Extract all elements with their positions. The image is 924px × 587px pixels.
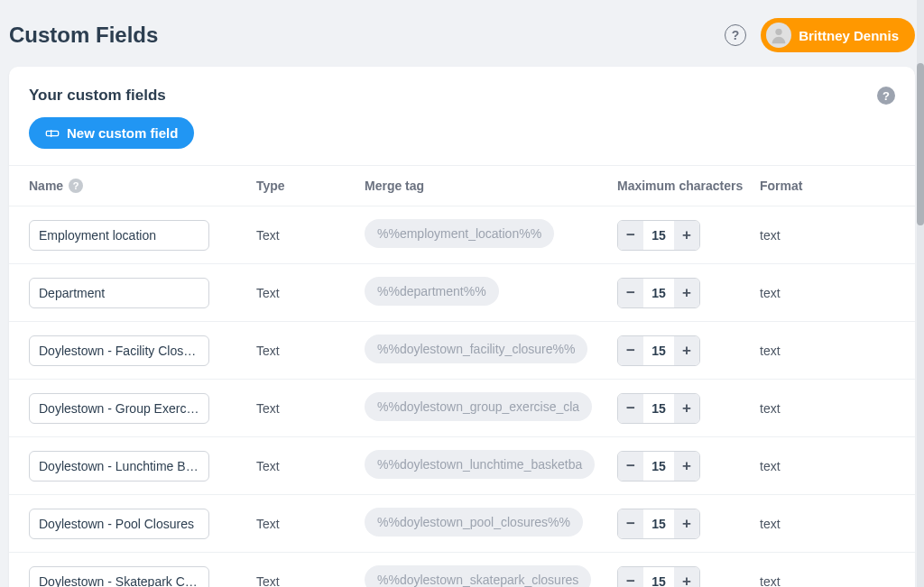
- format-text: text: [760, 574, 781, 588]
- max-chars-stepper: − 15 +: [617, 278, 700, 308]
- max-chars-stepper: − 15 +: [617, 566, 700, 588]
- custom-fields-card: Your custom fields New custom field ? Na…: [9, 67, 915, 587]
- merge-tag[interactable]: %%doylestown_facility_closure%%: [365, 335, 587, 363]
- new-custom-field-button[interactable]: New custom field: [29, 117, 194, 149]
- max-chars-stepper: − 15 +: [617, 335, 700, 366]
- table-body: Text %%employment_location%% − 15 + text…: [9, 206, 915, 587]
- avatar: [766, 23, 791, 48]
- decrement-button[interactable]: −: [618, 452, 643, 481]
- format-text: text: [760, 401, 781, 416]
- format-text: text: [760, 228, 781, 243]
- field-name-input[interactable]: [29, 566, 209, 588]
- format-text: text: [760, 517, 781, 531]
- decrement-button[interactable]: −: [618, 509, 643, 538]
- table-row: Text %%employment_location%% − 15 + text: [9, 206, 915, 264]
- field-type: Text: [256, 574, 280, 588]
- page-title: Custom Fields: [9, 23, 158, 48]
- decrement-button[interactable]: −: [618, 279, 643, 307]
- format-text: text: [760, 344, 781, 358]
- decrement-button[interactable]: −: [618, 336, 643, 365]
- table-row: Text %%doylestown_facility_closure%% − 1…: [9, 322, 915, 380]
- merge-tag[interactable]: %%employment_location%%: [365, 219, 554, 248]
- field-name-input[interactable]: [29, 335, 209, 366]
- col-format-label: Format: [760, 179, 895, 193]
- max-chars-stepper: − 15 +: [617, 451, 700, 482]
- header-right: ? Brittney Dennis: [725, 18, 915, 52]
- stepper-value: 15: [643, 401, 674, 416]
- stepper-value: 15: [643, 517, 674, 531]
- table-row: Text %%department%% − 15 + text: [9, 264, 915, 322]
- stepper-value: 15: [643, 344, 674, 358]
- increment-button[interactable]: +: [674, 336, 699, 365]
- field-type: Text: [256, 401, 280, 416]
- col-max-label: Maximum characters: [617, 179, 760, 193]
- table-header: Name ? Type Merge tag Maximum characters…: [9, 165, 915, 206]
- col-name-label: Name: [29, 179, 63, 193]
- svg-point-0: [775, 29, 781, 35]
- merge-tag[interactable]: %%doylestown_skatepark_closures: [365, 565, 591, 587]
- stepper-value: 15: [643, 286, 674, 300]
- table-row: Text %%doylestown_pool_closures%% − 15 +…: [9, 495, 915, 553]
- field-name-input[interactable]: [29, 509, 209, 539]
- max-chars-stepper: − 15 +: [617, 393, 700, 424]
- name-help-icon[interactable]: ?: [69, 179, 83, 193]
- stepper-value: 15: [643, 574, 674, 588]
- user-name-label: Brittney Dennis: [799, 28, 899, 43]
- scrollbar[interactable]: [917, 0, 924, 587]
- field-name-input[interactable]: [29, 393, 209, 424]
- stepper-value: 15: [643, 459, 674, 473]
- card-header: Your custom fields New custom field ?: [9, 67, 915, 165]
- field-name-input[interactable]: [29, 220, 209, 251]
- new-button-label: New custom field: [67, 125, 178, 141]
- max-chars-stepper: − 15 +: [617, 220, 700, 251]
- format-text: text: [760, 459, 781, 473]
- field-type: Text: [256, 517, 280, 531]
- increment-button[interactable]: +: [674, 221, 699, 250]
- field-name-input[interactable]: [29, 451, 209, 482]
- decrement-button[interactable]: −: [618, 394, 643, 423]
- col-type-label: Type: [256, 179, 365, 193]
- field-type: Text: [256, 286, 280, 300]
- page-header: Custom Fields ? Brittney Dennis: [0, 0, 924, 67]
- card-help-icon[interactable]: ?: [877, 87, 895, 105]
- decrement-button[interactable]: −: [618, 221, 643, 250]
- user-badge[interactable]: Brittney Dennis: [761, 18, 915, 52]
- merge-tag[interactable]: %%doylestown_lunchtime_basketba: [365, 450, 595, 479]
- scrollbar-thumb[interactable]: [917, 63, 924, 225]
- field-type: Text: [256, 228, 280, 243]
- max-chars-stepper: − 15 +: [617, 509, 700, 539]
- col-merge-label: Merge tag: [365, 179, 617, 193]
- increment-button[interactable]: +: [674, 509, 699, 538]
- table-row: Text %%doylestown_lunchtime_basketba − 1…: [9, 437, 915, 495]
- input-field-icon: [45, 126, 60, 141]
- format-text: text: [760, 286, 781, 300]
- increment-button[interactable]: +: [674, 452, 699, 481]
- merge-tag[interactable]: %%doylestown_group_exercise_cla: [365, 392, 592, 421]
- card-title: Your custom fields: [29, 87, 194, 105]
- increment-button[interactable]: +: [674, 567, 699, 588]
- table-row: Text %%doylestown_group_exercise_cla − 1…: [9, 380, 915, 437]
- field-type: Text: [256, 459, 280, 473]
- stepper-value: 15: [643, 228, 674, 243]
- help-icon[interactable]: ?: [725, 24, 746, 46]
- increment-button[interactable]: +: [674, 279, 699, 307]
- merge-tag[interactable]: %%department%%: [365, 277, 499, 306]
- increment-button[interactable]: +: [674, 394, 699, 423]
- merge-tag[interactable]: %%doylestown_pool_closures%%: [365, 508, 583, 537]
- table-row: Text %%doylestown_skatepark_closures − 1…: [9, 553, 915, 587]
- field-type: Text: [256, 344, 280, 358]
- field-name-input[interactable]: [29, 278, 209, 308]
- decrement-button[interactable]: −: [618, 567, 643, 588]
- svg-rect-1: [46, 131, 58, 135]
